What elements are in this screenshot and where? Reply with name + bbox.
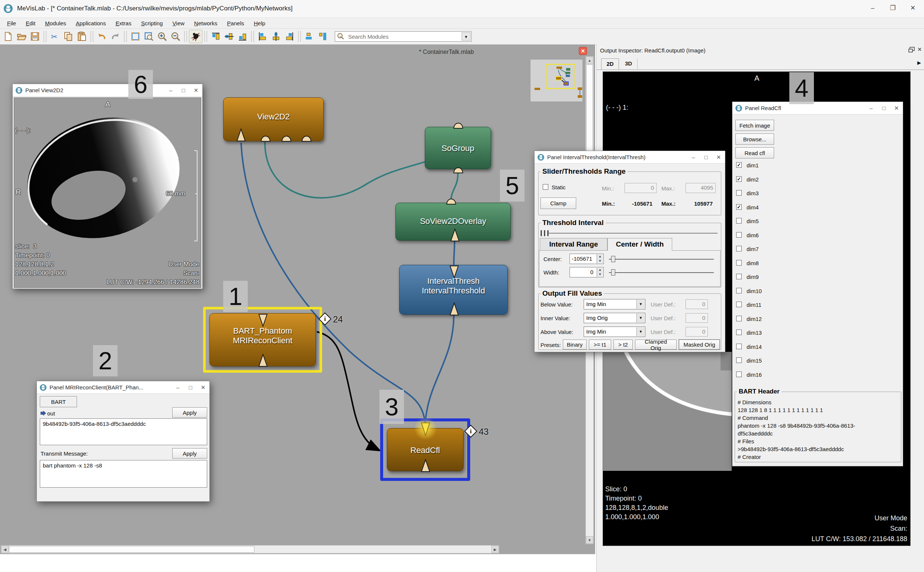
zoom-selection-button[interactable] [142, 30, 156, 43]
scroll-left-arrow[interactable]: ◀ [1, 546, 9, 553]
min-field-disabled[interactable]: 0 [625, 183, 656, 193]
apply-transmit-button[interactable]: Apply [172, 448, 207, 459]
max-field-disabled[interactable]: 4095 [686, 183, 716, 193]
search-dropdown-arrow[interactable]: ▼ [462, 33, 471, 40]
width-field[interactable]: 0 ▲▼ [569, 267, 604, 277]
distribute-horizontal-button[interactable] [303, 30, 316, 43]
fill-value-combo[interactable]: Img Orig [583, 313, 646, 323]
center-field[interactable]: -105671 ▲▼ [569, 253, 604, 264]
transmit-message-field[interactable]: bart phantom -x 128 -s8 [40, 460, 207, 488]
align-right-button[interactable] [283, 30, 296, 43]
readcfl-action-button[interactable]: Read cfl [736, 147, 774, 159]
tab-3d[interactable]: 3D [620, 58, 638, 70]
dim-checkbox[interactable] [736, 358, 742, 363]
align-vcenter-button[interactable] [222, 30, 236, 43]
center-slider-handle[interactable] [611, 256, 615, 262]
node-readcfl[interactable]: ReadCfl [387, 428, 464, 471]
align-left-button[interactable] [256, 30, 269, 43]
tab-interval-range[interactable]: Interval Range [540, 238, 607, 251]
tab-center-width[interactable]: Center / Width [607, 238, 672, 251]
dim-checkbox[interactable] [736, 344, 742, 349]
userdef-field[interactable]: 0 [686, 313, 708, 323]
inventor-output-connector[interactable] [453, 122, 464, 129]
dim-checkbox[interactable] [736, 371, 742, 377]
dim-checkbox[interactable] [736, 302, 742, 307]
save-file-button[interactable] [28, 30, 42, 43]
dim-checkbox[interactable] [736, 246, 742, 252]
new-file-button[interactable] [2, 30, 15, 43]
inventor-input-connector[interactable] [260, 135, 271, 142]
dim-checkbox[interactable] [736, 190, 742, 196]
window-minimize-button[interactable]: – [863, 0, 882, 16]
image-input-connector[interactable] [258, 354, 268, 367]
center-spinner[interactable]: ▲▼ [597, 254, 603, 263]
preset-button[interactable]: > t2 [613, 340, 633, 350]
fill-value-combo[interactable]: Img Min [583, 326, 646, 337]
panel-titlebar[interactable]: Panel View2D2 – □ ✕ [12, 84, 202, 97]
inventor-input-connector[interactable] [301, 135, 312, 142]
debug-bug-button[interactable] [189, 30, 202, 43]
hscrollbar-thumb[interactable] [9, 546, 254, 553]
width-slider-track[interactable] [609, 272, 714, 273]
width-slider-handle[interactable] [611, 269, 615, 275]
menu-item[interactable]: Scripting [136, 18, 167, 29]
userdef-field[interactable]: 0 [686, 299, 708, 309]
image-input-connector[interactable] [450, 228, 460, 242]
panel-maximize-button[interactable]: □ [184, 381, 197, 393]
align-bottom-button[interactable] [236, 30, 249, 43]
panel-close-button[interactable]: ✕ [197, 381, 209, 393]
preset-button[interactable]: Masked Orig [679, 340, 720, 350]
vscrollbar-thumb[interactable] [586, 64, 593, 159]
panel-close-button[interactable]: ✕ [890, 102, 903, 114]
node-view2d2[interactable]: View2D2 [223, 98, 324, 141]
width-spinner[interactable]: ▲▼ [597, 268, 603, 277]
userdef-field[interactable]: 0 [686, 327, 708, 337]
dim-checkbox[interactable] [736, 176, 742, 182]
fill-value-combo[interactable]: Img Min [583, 299, 646, 309]
menu-item[interactable]: Extras [111, 18, 137, 29]
panel-minimize-button[interactable]: – [687, 151, 700, 163]
redo-button[interactable] [109, 30, 122, 43]
center-slider-track[interactable] [609, 259, 714, 260]
tab-bart[interactable]: BART [40, 396, 77, 407]
canvas-hscrollbar[interactable]: ◀ ▶ [1, 545, 499, 553]
tab-2d[interactable]: 2D [601, 58, 619, 70]
image-output-connector[interactable] [258, 314, 268, 327]
dim-checkbox[interactable] [736, 162, 742, 168]
dim-checkbox[interactable] [736, 316, 742, 321]
menu-item[interactable]: File [2, 18, 21, 29]
preset-button[interactable]: Binary [563, 340, 586, 350]
panel-titlebar[interactable]: Panel MRIReconClient(BART_Phan... – □ ✕ [37, 381, 209, 394]
minimap[interactable] [530, 59, 583, 102]
panel-close-button[interactable]: ✕ [712, 151, 725, 163]
inventor-input-connector[interactable] [446, 198, 456, 205]
network-close-button[interactable]: ✕ [579, 47, 587, 55]
window-close-button[interactable]: ✕ [903, 0, 922, 16]
open-file-button[interactable] [15, 30, 28, 43]
preset-button[interactable]: >= t1 [589, 340, 611, 350]
dim-checkbox[interactable] [736, 204, 742, 210]
scroll-right-arrow[interactable]: ▶ [492, 546, 499, 553]
inspector-close-icon[interactable]: ✕ [917, 46, 922, 53]
cut-button[interactable]: ✂ [48, 30, 62, 43]
combo-arrow-icon[interactable] [636, 300, 645, 309]
menu-item[interactable]: Help [249, 18, 270, 29]
panel-titlebar[interactable]: Panel IntervalThreshold(IntervalThresh) … [535, 151, 725, 164]
apply-out-button[interactable]: Apply [172, 407, 207, 418]
scroll-up-arrow[interactable]: ▲ [586, 56, 593, 64]
image-output-connector[interactable] [450, 265, 459, 278]
inventor-input-connector[interactable] [281, 135, 292, 142]
dim-checkbox[interactable] [736, 288, 742, 294]
combo-arrow-icon[interactable] [636, 327, 645, 336]
static-checkbox[interactable] [543, 184, 548, 190]
align-hcenter-button[interactable] [269, 30, 283, 43]
panel-minimize-button[interactable]: – [171, 381, 184, 393]
panel-close-button[interactable]: ✕ [190, 84, 202, 96]
float-panel-icon[interactable] [908, 47, 915, 53]
dim-checkbox[interactable] [736, 330, 742, 335]
image-input-connector[interactable] [450, 302, 459, 316]
range-slider[interactable] [540, 229, 718, 236]
zoom-in-button[interactable] [156, 30, 169, 43]
align-top-button[interactable] [209, 30, 222, 43]
dim-checkbox[interactable] [736, 232, 742, 238]
